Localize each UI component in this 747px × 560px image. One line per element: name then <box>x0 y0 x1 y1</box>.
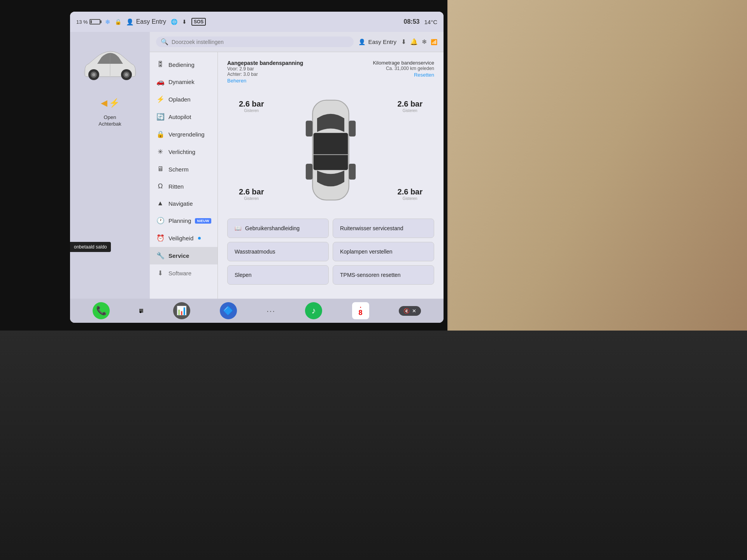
phone-icon: 📞 <box>96 306 107 316</box>
sidebar-item-navigatie[interactable]: ▲ Navigatie <box>150 195 217 212</box>
volume-control[interactable]: 🔇 ✕ <box>399 306 421 316</box>
tire-fl-time: Gisteren <box>239 108 264 113</box>
koplampen-button[interactable]: Koplampen verstellen <box>333 242 434 261</box>
battery-icon <box>89 19 100 24</box>
sidebar-item-verlichting[interactable]: ✳ Verlichting <box>150 143 217 161</box>
download-icon: ⬇ <box>182 19 187 25</box>
car-top-svg <box>300 96 362 205</box>
bell-header-icon: 🔔 <box>410 38 418 46</box>
planning-label: Planning <box>168 217 191 224</box>
search-header: 🔍 👤 Easy Entry ⬇ 🔔 ❄ 📶 <box>150 32 444 52</box>
tire-rr-value: 2.6 bar <box>398 187 423 196</box>
software-icon: ⬇ <box>156 269 165 277</box>
verlichting-icon: ✳ <box>156 148 165 156</box>
car-side-svg <box>79 40 141 86</box>
dashboard-area <box>0 331 747 560</box>
status-profile-label: Easy Entry <box>136 18 166 25</box>
volume-close-icon[interactable]: ✕ <box>412 308 416 314</box>
search-wrap[interactable]: 🔍 <box>156 37 354 47</box>
sos-label[interactable]: SOS <box>191 18 206 26</box>
dot-indicator: • <box>139 309 143 313</box>
car-interior-bg <box>449 0 747 342</box>
service-km-title: Kilometrage bandenservice <box>373 60 434 66</box>
search-icon: 🔍 <box>161 38 168 46</box>
sidebar-item-opladen[interactable]: ⚡ Opladen <box>150 91 217 108</box>
tire-title: Aangepaste bandenspanning <box>227 60 303 66</box>
tire-fr: 2.6 bar Gisteren <box>398 100 423 113</box>
wasstraat-button[interactable]: Wasstraatmodus <box>227 242 329 261</box>
sidebar-item-ritten[interactable]: Ω Ritten <box>150 178 217 195</box>
download-header-icon: ⬇ <box>401 38 406 46</box>
vergrendeling-label: Vergrendeling <box>168 131 205 138</box>
sidebar-item-service[interactable]: 🔧 Service <box>150 247 217 264</box>
sidebar-item-autopilot[interactable]: 🔄 Autopilot <box>150 108 217 126</box>
phone-button[interactable]: 📞 <box>93 302 110 319</box>
gebruikershandleiding-button[interactable]: 📖 Gebruikershandleiding <box>227 219 329 238</box>
gebruikershandleiding-icon: 📖 <box>235 225 241 231</box>
charge-section: ◀ ⚡ <box>101 98 119 108</box>
svg-rect-13 <box>349 121 356 136</box>
header-profile[interactable]: 👤 Easy Entry <box>358 38 396 46</box>
sidebar-item-dynamiek[interactable]: 🚗 Dynamiek <box>150 73 217 91</box>
svg-point-4 <box>92 73 95 76</box>
veiligheid-dot <box>198 237 201 240</box>
stats-button[interactable]: 📊 <box>173 302 190 319</box>
scherm-label: Scherm <box>168 166 189 173</box>
beheren-link[interactable]: Beheren <box>227 78 246 84</box>
device-frame: 13 % ❄ 🔒 👤 Easy Entry 🌐 ⬇ SOS 08:53 14°C <box>0 0 747 560</box>
more-button[interactable]: ··· <box>267 306 275 315</box>
ruitenwisser-button[interactable]: Ruitenwisser servicestand <box>333 219 434 238</box>
bluetooth-button[interactable]: 🔷 <box>220 302 237 319</box>
tpms-button[interactable]: TPMS-sensoren resetten <box>333 265 434 285</box>
svg-rect-10 <box>314 133 348 170</box>
software-label: Software <box>168 270 191 276</box>
gebruikershandleiding-label: Gebruikershandleiding <box>245 225 300 231</box>
bluetooth-status-icon: ❄ <box>105 18 110 26</box>
header-icons: ⬇ 🔔 ❄ 📶 <box>401 38 437 46</box>
status-profile[interactable]: 👤 Easy Entry <box>126 18 166 26</box>
scherm-icon: 🖥 <box>156 165 165 173</box>
slepen-button[interactable]: Slepen <box>227 265 329 285</box>
svg-rect-15 <box>349 164 356 180</box>
lock-icon: 🔒 <box>115 19 121 25</box>
sidebar-item-veiligheid[interactable]: ⏰ Veiligheid <box>150 229 217 247</box>
autopilot-icon: 🔄 <box>156 113 165 121</box>
status-bar: 13 % ❄ 🔒 👤 Easy Entry 🌐 ⬇ SOS 08:53 14°C <box>70 12 444 32</box>
sidebar-item-vergrendeling[interactable]: 🔒 Vergrendeling <box>150 126 217 143</box>
navigatie-label: Navigatie <box>168 200 193 207</box>
sidebar-item-bediening[interactable]: 🎛 Bediening <box>150 56 217 73</box>
spotify-button[interactable]: ♪ <box>305 302 322 319</box>
svg-rect-14 <box>306 164 313 180</box>
service-panel: Aangepaste bandenspanning Voor: 2.9 bar … <box>218 52 444 299</box>
tire-rr: 2.6 bar Gisteren <box>398 187 423 201</box>
opladen-icon: ⚡ <box>156 95 165 103</box>
navigatie-icon: ▲ <box>156 200 165 207</box>
wasstraat-label: Wasstraatmodus <box>235 248 275 255</box>
sidebar-item-planning[interactable]: 🕐 Planning NIEUW <box>150 212 217 229</box>
sidebar-item-software[interactable]: ⬇ Software <box>150 264 217 282</box>
tesla-screen: 13 % ❄ 🔒 👤 Easy Entry 🌐 ⬇ SOS 08:53 14°C <box>70 12 444 323</box>
resetten-link[interactable]: Resetten <box>414 72 434 78</box>
tire-rl-value: 2.6 bar <box>239 187 264 196</box>
calendar-button[interactable]: ▪ 8 <box>352 302 369 319</box>
tire-info-right: Kilometrage bandenservice Ca. 31,000 km … <box>373 60 434 84</box>
taskbar: 📞 • 📊 🔷 ··· ♪ ▪ 8 🔇 ✕ <box>70 299 444 323</box>
sidebar-item-scherm[interactable]: 🖥 Scherm <box>150 161 217 178</box>
spotify-icon: ♪ <box>312 306 316 316</box>
opladen-label: Opladen <box>168 96 191 103</box>
stats-icon: 📊 <box>176 306 187 316</box>
koplampen-label: Koplampen verstellen <box>340 248 393 255</box>
search-input[interactable] <box>172 39 349 45</box>
svg-point-7 <box>125 73 128 76</box>
tpms-label: TPMS-sensoren resetten <box>340 272 401 278</box>
calendar-day: 8 <box>358 309 362 316</box>
service-icon: 🔧 <box>156 252 165 260</box>
tire-fl-value: 2.6 bar <box>239 100 264 108</box>
service-km-value: Ca. 31,000 km geleden <box>373 66 434 71</box>
tire-rl: 2.6 bar Gisteren <box>239 187 264 201</box>
trunk-button[interactable]: Open Achterbak <box>98 114 121 128</box>
service-label: Service <box>168 252 189 259</box>
planning-icon: 🕐 <box>156 217 165 225</box>
ruitenwisser-label: Ruitenwisser servicestand <box>340 225 403 231</box>
tire-fr-value: 2.6 bar <box>398 100 423 108</box>
